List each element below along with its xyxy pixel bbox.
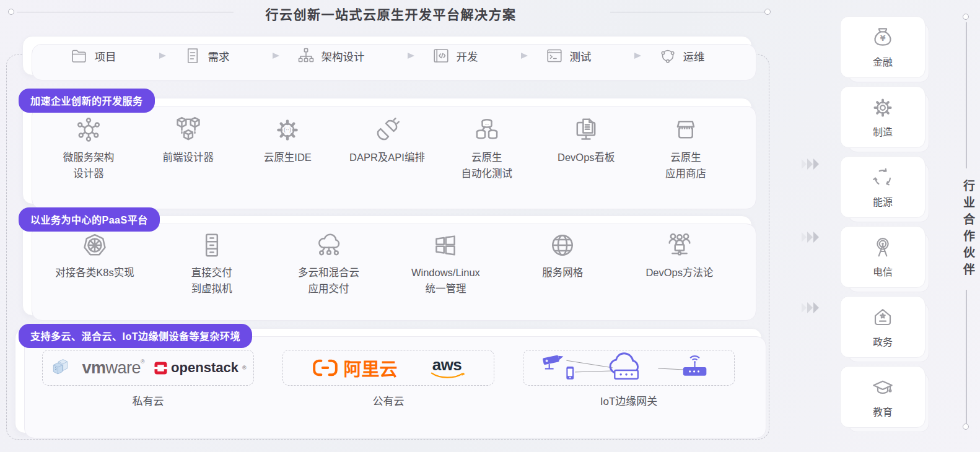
server-boxes-icon xyxy=(50,357,72,379)
government-icon xyxy=(870,305,895,330)
service-item-devops-board: DevOps看板 xyxy=(539,116,633,181)
partner-card-manufacturing: 制造 xyxy=(840,86,925,148)
flow-arrow-icon xyxy=(246,51,281,60)
title-rule-left-dot xyxy=(8,9,14,15)
graduation-cap-icon xyxy=(870,375,895,400)
partner-label: 政务 xyxy=(873,334,893,349)
industry-partners-vertical-label: 行业合作伙伴 xyxy=(960,180,976,280)
title-rule-right-dot xyxy=(764,9,771,15)
paas-badge: 以业务为中心的PaaS平台 xyxy=(19,207,160,232)
paas-item-k8s: 对接各类K8s实现 xyxy=(42,231,148,297)
industry-partners-column: ¥ 金融 制造 能源 电信 政务 教育 xyxy=(840,16,925,428)
paas-item-vm-delivery: 直接交付到虚拟机 xyxy=(159,231,265,297)
flow-step-requirement: 需求 xyxy=(183,46,230,65)
gear-code-icon: (··) xyxy=(273,116,302,144)
partner-card-energy: 能源 xyxy=(840,156,925,218)
openstack-logo: openstack® xyxy=(154,360,246,376)
service-item-autotest: 云原生自动化测试 xyxy=(440,116,534,181)
dev-services-badge: 加速企业创新的开发服务 xyxy=(19,89,155,113)
team-board-icon xyxy=(665,231,694,259)
page-title: 行云创新一站式云原生开发平台解决方案 xyxy=(247,4,535,23)
env-public-cloud: 阿里云 aws 公有云 xyxy=(282,350,494,408)
service-label: 云原生 xyxy=(665,150,706,166)
svg-text:¥: ¥ xyxy=(880,33,886,43)
service-label: 云原生 xyxy=(461,150,512,166)
double-chevron-icon xyxy=(802,232,820,243)
phone-icon xyxy=(566,367,574,380)
service-label: 云原生IDE xyxy=(264,150,312,166)
env-iot-gateway: IoT边缘网关 xyxy=(523,350,735,408)
service-label: 多云和混合云 xyxy=(298,265,359,281)
recycle-icon xyxy=(870,165,895,190)
partner-label: 能源 xyxy=(873,194,893,209)
flow-step-label: 需求 xyxy=(208,48,230,64)
openstack-icon xyxy=(154,362,167,375)
flow-step-label: 架构设计 xyxy=(322,48,365,64)
env-label: 私有云 xyxy=(133,393,164,408)
service-label: 应用商店 xyxy=(665,166,706,182)
partner-card-telecom: 电信 xyxy=(840,226,925,288)
rail-bottom-dot xyxy=(963,424,969,430)
iot-gateway-box xyxy=(523,350,735,386)
flow-arrow-icon xyxy=(133,51,167,60)
server-rack-icon xyxy=(198,231,226,259)
camera-icon xyxy=(543,354,564,369)
flow-arrow-icon xyxy=(381,51,416,60)
service-label: DevOps方法论 xyxy=(645,265,713,281)
flow-step-label: 运维 xyxy=(683,48,705,64)
double-chevron-icon xyxy=(802,302,820,313)
router-icon xyxy=(683,356,707,376)
paas-item-service-mesh: 服务网格 xyxy=(509,231,616,297)
aliyun-logo: 阿里云 xyxy=(312,355,397,381)
paas-item-multicloud-delivery: 多云和混合云应用交付 xyxy=(276,231,382,297)
service-label: 微服务架构 xyxy=(63,150,115,166)
flow-arrow-icon xyxy=(608,51,642,60)
paas-item-os-management: Windows/Linux统一管理 xyxy=(392,231,499,297)
service-label: 直接交付 xyxy=(191,265,232,281)
rail-line-top xyxy=(966,22,967,168)
service-item-app-store: 云原生应用商店 xyxy=(639,116,733,181)
kubernetes-icon xyxy=(81,231,109,259)
folder-icon xyxy=(70,46,89,65)
solution-diagram: 行云创新一站式云原生开发平台解决方案 项目 需求 架构设计 开发 测试 xyxy=(0,0,980,452)
database-cluster-icon xyxy=(473,116,501,144)
partner-label: 教育 xyxy=(873,404,893,419)
svg-text:(··): (··) xyxy=(284,127,291,133)
money-bag-icon: ¥ xyxy=(870,25,895,50)
service-label: 前端设计器 xyxy=(162,150,214,166)
cloud-gateway-icon xyxy=(610,354,638,379)
paas-item-devops-methodology: DevOps方法论 xyxy=(626,231,733,297)
flow-step-label: 开发 xyxy=(457,48,478,64)
service-label: 自动化测试 xyxy=(461,166,512,182)
private-cloud-box: vmware® openstack® xyxy=(42,350,254,386)
flow-step-label: 项目 xyxy=(95,48,116,64)
document-icon xyxy=(183,46,202,65)
service-label: 设计器 xyxy=(63,166,115,182)
service-item-frontend-designer: 前端设计器 xyxy=(141,116,235,181)
flow-step-project: 项目 xyxy=(70,46,116,65)
cubes-icon xyxy=(174,116,203,144)
partner-card-government: 政务 xyxy=(840,296,925,358)
plug-icon xyxy=(373,116,401,144)
service-label: 对接各类K8s实现 xyxy=(55,265,134,281)
antenna-tower-icon xyxy=(870,235,895,260)
globe-icon xyxy=(548,231,577,259)
service-label: 到虚拟机 xyxy=(191,281,232,297)
vmware-logo: vmware® xyxy=(82,359,144,378)
service-label: 统一管理 xyxy=(411,281,480,297)
rail-top-dot xyxy=(963,14,969,20)
service-label: DevOps看板 xyxy=(558,150,615,166)
gear-icon xyxy=(870,95,895,120)
environments-badge: 支持多云、混合云、IoT边缘侧设备等复杂环境 xyxy=(19,324,252,348)
partner-label: 制造 xyxy=(873,124,893,139)
flow-step-label: 测试 xyxy=(570,48,592,64)
sitemap-icon xyxy=(297,46,315,65)
service-item-dapr-api: DAPR及API编排 xyxy=(340,116,434,181)
partner-card-education: 教育 xyxy=(840,366,925,428)
flow-step-develop: 开发 xyxy=(432,46,478,65)
service-label: 服务网格 xyxy=(542,265,583,281)
service-item-cloudnative-ide: (··) 云原生IDE xyxy=(240,116,335,181)
aliyun-brackets-icon xyxy=(312,359,338,377)
env-label: IoT边缘网关 xyxy=(600,393,658,408)
dev-services-panel: 微服务架构设计器 前端设计器 (··) 云原生IDE DAPR及API编排 云原… xyxy=(22,98,752,204)
